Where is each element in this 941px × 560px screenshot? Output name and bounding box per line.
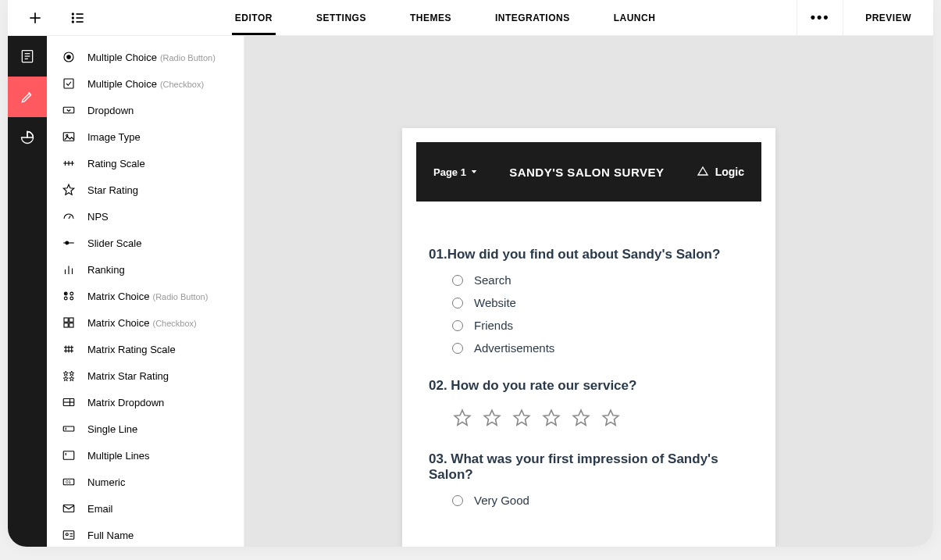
question-3: 03. What was your first impression of Sa…: [429, 451, 749, 507]
svg-marker-22: [63, 184, 74, 194]
sidebar-item-label: Slider Scale: [87, 237, 141, 249]
option-friends[interactable]: Friends: [452, 319, 749, 332]
svg-marker-46: [70, 376, 74, 381]
multi-line-icon: [61, 448, 77, 463]
image-icon: [61, 129, 77, 144]
star-icon[interactable]: [482, 408, 502, 428]
option-advertisements[interactable]: Advertisements: [452, 341, 749, 355]
single-line-icon: [61, 421, 77, 437]
sidebar-item-slider-scale[interactable]: Slider Scale: [47, 230, 244, 256]
svg-rect-35: [70, 318, 73, 322]
rail-edit[interactable]: [8, 77, 47, 117]
sidebar-item-label: Ranking: [87, 264, 125, 276]
add-button[interactable]: [8, 10, 62, 26]
matrix-star-icon: [61, 368, 77, 383]
sidebar-item-full-name[interactable]: Full Name: [47, 522, 244, 547]
more-button[interactable]: •••: [797, 0, 843, 35]
radio-icon: [452, 343, 463, 354]
tab-editor[interactable]: EDITOR: [232, 0, 276, 35]
sidebar-item-matrix-star[interactable]: Matrix Star Rating: [47, 362, 244, 389]
svg-marker-63: [454, 410, 470, 425]
sidebar-item-label: Rating Scale: [87, 158, 145, 169]
star-icon[interactable]: [511, 408, 532, 428]
question-title: 03. What was your first impression of Sa…: [429, 451, 749, 483]
svg-text:01: 01: [66, 480, 71, 484]
sidebar-item-single-line[interactable]: Single Line: [47, 416, 244, 442]
radio-icon: [452, 320, 463, 331]
star-icon: [61, 182, 77, 198]
svg-marker-61: [472, 170, 477, 173]
sidebar-item-nps[interactable]: NPS: [47, 203, 244, 230]
sidebar-item-label: Email: [87, 503, 113, 515]
page-label: Page 1: [433, 166, 466, 178]
sidebar-item-multiple-choice-radio[interactable]: Multiple Choice(Radio Button): [47, 44, 244, 70]
sidebar-item-numeric[interactable]: 01 Numeric: [47, 469, 244, 495]
question-title: 01.How did you find out about Sandy's Sa…: [429, 247, 749, 262]
sidebar-item-image-type[interactable]: Image Type: [47, 123, 244, 150]
card-header: Page 1 SANDY'S SALON SURVEY Logic: [416, 142, 761, 202]
sidebar-item-rating-scale[interactable]: Rating Scale: [47, 150, 244, 177]
svg-marker-43: [63, 371, 68, 376]
sidebar-item-matrix-radio[interactable]: Matrix Choice(Radio Button): [47, 283, 244, 309]
page-selector[interactable]: Page 1: [433, 166, 477, 178]
tab-launch[interactable]: LAUNCH: [611, 0, 659, 35]
logic-button[interactable]: Logic: [697, 166, 744, 178]
radio-icon: [452, 298, 463, 309]
dropdown-icon: [61, 102, 77, 118]
sidebar-item-sublabel: (Checkbox): [152, 319, 196, 328]
svg-marker-45: [63, 376, 68, 381]
star-icon[interactable]: [571, 408, 591, 428]
svg-rect-14: [64, 79, 73, 88]
option-website[interactable]: Website: [452, 296, 749, 309]
sidebar-item-label: Matrix Dropdown: [87, 397, 164, 408]
svg-line-23: [69, 216, 70, 219]
star-icon[interactable]: [541, 408, 561, 428]
email-icon: [61, 501, 77, 516]
rail-pages[interactable]: [8, 36, 47, 77]
question-1: 01.How did you find out about Sandy's Sa…: [429, 247, 749, 355]
sidebar-item-sublabel: (Radio Button): [152, 292, 208, 301]
sidebar-item-label: Matrix Choice: [87, 317, 149, 329]
sidebar-item-matrix-checkbox[interactable]: Matrix Choice(Checkbox): [47, 309, 244, 336]
svg-rect-57: [63, 531, 74, 540]
sidebar-item-multiple-choice-checkbox[interactable]: Multiple Choice(Checkbox): [47, 70, 244, 97]
option-very-good[interactable]: Very Good: [452, 494, 749, 507]
svg-rect-15: [63, 107, 74, 113]
svg-point-13: [67, 55, 71, 59]
sidebar-item-label: Single Line: [87, 423, 137, 435]
svg-marker-68: [603, 410, 618, 425]
topbar: EDITOR SETTINGS THEMES INTEGRATIONS LAUN…: [8, 0, 933, 36]
option-label: Search: [474, 273, 511, 287]
tab-integrations[interactable]: INTEGRATIONS: [492, 0, 573, 35]
preview-button[interactable]: PREVIEW: [843, 0, 933, 35]
sidebar-item-star-rating[interactable]: Star Rating: [47, 177, 244, 203]
sidebar-item-sublabel: (Radio Button): [160, 53, 216, 62]
sidebar-item-matrix-rating[interactable]: Matrix Rating Scale: [47, 336, 244, 362]
star-icon[interactable]: [452, 408, 472, 428]
sidebar-item-multiple-lines[interactable]: Multiple Lines: [47, 442, 244, 469]
sidebar-item-label: Multiple Lines: [87, 450, 150, 462]
sidebar-item-label: Dropdown: [87, 105, 134, 116]
radio-icon: [452, 275, 463, 286]
sidebar-item-label: Full Name: [87, 530, 134, 541]
sidebar-item-dropdown[interactable]: Dropdown: [47, 97, 244, 123]
option-search[interactable]: Search: [452, 273, 749, 287]
tab-themes[interactable]: THEMES: [407, 0, 454, 35]
rail-analytics[interactable]: [8, 117, 47, 158]
option-label: Very Good: [474, 494, 529, 507]
svg-rect-56: [63, 505, 74, 512]
star-icon[interactable]: [601, 408, 621, 428]
name-icon: [61, 527, 77, 543]
sidebar-item-email[interactable]: Email: [47, 495, 244, 522]
sidebar-item-matrix-dropdown[interactable]: Matrix Dropdown: [47, 389, 244, 416]
star-rating-input[interactable]: [429, 408, 749, 428]
list-icon[interactable]: [62, 10, 94, 26]
svg-rect-36: [64, 323, 68, 327]
tab-settings[interactable]: SETTINGS: [313, 0, 369, 35]
numeric-icon: 01: [61, 474, 77, 490]
option-label: Website: [474, 296, 516, 309]
svg-point-33: [66, 293, 67, 294]
sidebar-item-ranking[interactable]: Ranking: [47, 256, 244, 283]
slider-icon: [61, 235, 77, 251]
radio-icon: [61, 49, 77, 65]
